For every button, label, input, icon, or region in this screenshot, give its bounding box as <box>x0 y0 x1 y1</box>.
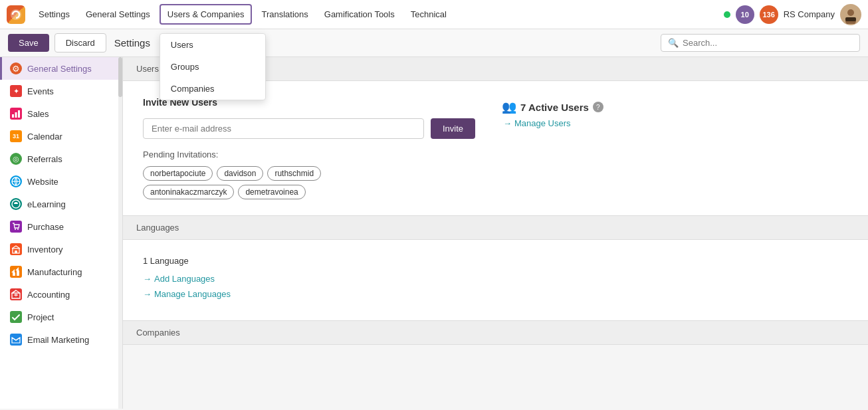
activity-badge[interactable]: 136 <box>760 5 778 24</box>
search-input[interactable] <box>683 38 853 48</box>
sidebar-item-website[interactable]: Website <box>0 170 122 193</box>
sidebar-item-sales[interactable]: Sales <box>0 102 122 125</box>
svg-point-2 <box>847 9 854 16</box>
languages-section-title: Languages <box>136 223 179 233</box>
toolbar: Save Discard Settings 🔍 <box>0 29 868 57</box>
tag-ruthschmid[interactable]: ruthschmid <box>267 166 321 181</box>
sidebar-label-purchase: Purchase <box>27 222 64 232</box>
sidebar-item-purchase[interactable]: Purchase <box>0 215 122 238</box>
invite-panel: Invite New Users Invite Pending Invitati… <box>143 97 475 199</box>
online-status-dot <box>724 11 730 18</box>
user-avatar[interactable] <box>840 4 861 25</box>
events-icon: ✦ <box>10 85 22 97</box>
dropdown-item-users[interactable]: Users <box>160 34 265 56</box>
messages-badge[interactable]: 10 <box>736 5 754 24</box>
svg-rect-7 <box>18 110 20 118</box>
pending-tags: norbertapociute davidson ruthschmid <box>143 166 475 181</box>
sidebar-item-elearning[interactable]: eLearning <box>0 193 122 215</box>
users-companies-dropdown: Users Groups Companies <box>160 33 266 100</box>
sidebar-label-referrals: Referrals <box>27 154 62 164</box>
elearning-icon <box>10 198 22 210</box>
inventory-icon <box>10 243 22 255</box>
sidebar-label-manufacturing: Manufacturing <box>27 267 82 277</box>
users-section-body: Invite New Users Invite Pending Invitati… <box>123 81 868 216</box>
language-count: 1 Language <box>143 256 848 266</box>
email-input[interactable] <box>143 118 424 139</box>
svg-rect-16 <box>17 270 19 276</box>
sidebar: ⚙ General Settings ✦ Events Sales 31 Cal… <box>0 57 123 409</box>
referrals-icon: ◎ <box>10 153 22 165</box>
accounting-icon <box>10 288 22 300</box>
manage-lang-arrow: → <box>143 289 152 299</box>
nav-item-general-settings[interactable]: General Settings <box>79 5 157 23</box>
project-icon <box>10 311 22 323</box>
company-name: RS Company <box>784 9 835 19</box>
svg-rect-5 <box>12 114 14 118</box>
sidebar-label-calendar: Calendar <box>27 132 62 142</box>
users-grid: Invite New Users Invite Pending Invitati… <box>143 97 848 199</box>
tag-davidson[interactable]: davidson <box>217 166 263 181</box>
help-icon[interactable]: ? <box>593 102 603 112</box>
invite-button[interactable]: Invite <box>431 118 475 139</box>
main-layout: ⚙ General Settings ✦ Events Sales 31 Cal… <box>0 57 868 409</box>
nav-item-gamification[interactable]: Gamification Tools <box>318 5 401 23</box>
sidebar-item-manufacturing[interactable]: Manufacturing <box>0 260 122 283</box>
sidebar-label-sales: Sales <box>27 109 49 119</box>
sidebar-item-events[interactable]: ✦ Events <box>0 80 122 102</box>
tag-norbertapociute[interactable]: norbertapociute <box>143 166 213 181</box>
svg-point-11 <box>15 229 16 230</box>
sidebar-item-project[interactable]: Project <box>0 306 122 328</box>
sidebar-label-email-marketing: Email Marketing <box>27 335 89 345</box>
svg-rect-15 <box>13 272 15 276</box>
sidebar-label-inventory: Inventory <box>27 245 62 255</box>
sidebar-label-events: Events <box>27 86 54 96</box>
top-nav: Settings General Settings Users & Compan… <box>0 0 868 29</box>
sidebar-item-referrals[interactable]: ◎ Referrals <box>0 148 122 170</box>
manage-users-label: Manage Users <box>514 118 571 128</box>
tag-antoninakaczmarczyk[interactable]: antoninakaczmarczyk <box>143 185 234 199</box>
manage-users-link[interactable]: → Manage Users <box>503 118 603 128</box>
dropdown-item-groups[interactable]: Groups <box>160 56 265 78</box>
search-box: 🔍 <box>661 34 860 52</box>
languages-section-header: Languages <box>123 216 868 240</box>
dropdown-item-companies[interactable]: Companies <box>160 78 265 100</box>
tag-demetravoinea[interactable]: demetravoinea <box>238 185 305 199</box>
svg-rect-4 <box>845 17 856 21</box>
app-logo[interactable] <box>7 5 25 24</box>
manage-languages-link[interactable]: → Manage Languages <box>143 289 848 299</box>
nav-item-users-companies[interactable]: Users & Companies <box>160 4 253 25</box>
active-users-header: 👥 7 Active Users ? <box>502 100 603 114</box>
manufacturing-icon <box>10 266 22 278</box>
companies-section-title: Companies <box>136 328 180 338</box>
website-icon <box>10 175 22 187</box>
users-section-title: Users <box>136 64 159 74</box>
sidebar-item-general-settings[interactable]: ⚙ General Settings <box>0 57 122 80</box>
svg-marker-17 <box>11 269 15 272</box>
sidebar-label-website: Website <box>27 177 58 187</box>
svg-rect-6 <box>15 112 17 118</box>
nav-item-settings[interactable]: Settings <box>32 5 76 23</box>
save-button[interactable]: Save <box>8 34 49 52</box>
sidebar-item-email-marketing[interactable]: Email Marketing <box>0 328 122 351</box>
sidebar-label-project: Project <box>27 312 54 322</box>
nav-item-technical[interactable]: Technical <box>404 5 453 23</box>
active-users-count: 7 Active Users <box>520 102 589 113</box>
discard-button[interactable]: Discard <box>54 33 106 52</box>
add-languages-link[interactable]: → Add Languages <box>143 274 848 284</box>
sidebar-label-elearning: eLearning <box>27 199 66 209</box>
nav-item-translations[interactable]: Translations <box>255 5 314 23</box>
email-marketing-icon <box>10 334 22 346</box>
manage-arrow: → <box>503 118 512 128</box>
add-languages-label: Add Languages <box>154 274 215 284</box>
svg-marker-18 <box>15 267 19 270</box>
sidebar-label-accounting: Accounting <box>27 290 70 300</box>
main-content: Users Invite New Users Invite Pending In… <box>123 57 868 409</box>
languages-section-body: 1 Language → Add Languages → Manage Lang… <box>123 240 868 321</box>
sidebar-item-calendar[interactable]: 31 Calendar <box>0 125 122 148</box>
general-settings-icon: ⚙ <box>10 62 22 74</box>
sidebar-item-inventory[interactable]: Inventory <box>0 238 122 260</box>
sidebar-label-general-settings: General Settings <box>27 64 92 74</box>
sidebar-item-accounting[interactable]: Accounting <box>0 283 122 306</box>
sales-icon <box>10 108 22 120</box>
active-users-panel: 👥 7 Active Users ? → Manage Users <box>502 97 603 199</box>
